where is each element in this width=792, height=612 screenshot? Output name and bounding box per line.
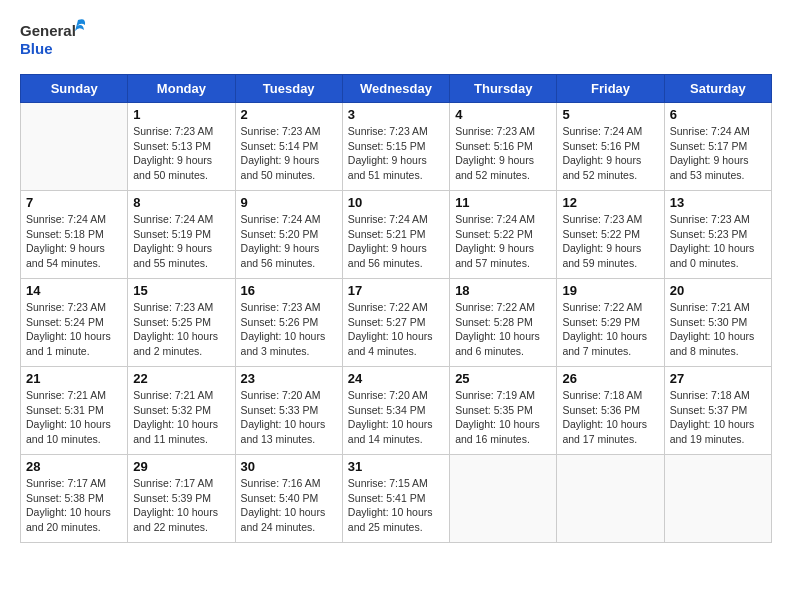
calendar-week-row: 21Sunrise: 7:21 AM Sunset: 5:31 PM Dayli… xyxy=(21,367,772,455)
weekday-header-wednesday: Wednesday xyxy=(342,75,449,103)
day-info: Sunrise: 7:22 AM Sunset: 5:29 PM Dayligh… xyxy=(562,300,658,359)
day-info: Sunrise: 7:23 AM Sunset: 5:13 PM Dayligh… xyxy=(133,124,229,183)
day-info: Sunrise: 7:23 AM Sunset: 5:22 PM Dayligh… xyxy=(562,212,658,271)
calendar-week-row: 14Sunrise: 7:23 AM Sunset: 5:24 PM Dayli… xyxy=(21,279,772,367)
day-info: Sunrise: 7:21 AM Sunset: 5:31 PM Dayligh… xyxy=(26,388,122,447)
day-info: Sunrise: 7:21 AM Sunset: 5:32 PM Dayligh… xyxy=(133,388,229,447)
day-info: Sunrise: 7:19 AM Sunset: 5:35 PM Dayligh… xyxy=(455,388,551,447)
calendar-cell: 12Sunrise: 7:23 AM Sunset: 5:22 PM Dayli… xyxy=(557,191,664,279)
calendar-cell: 27Sunrise: 7:18 AM Sunset: 5:37 PM Dayli… xyxy=(664,367,771,455)
logo: General Blue xyxy=(20,16,90,66)
calendar-cell: 14Sunrise: 7:23 AM Sunset: 5:24 PM Dayli… xyxy=(21,279,128,367)
calendar-cell: 7Sunrise: 7:24 AM Sunset: 5:18 PM Daylig… xyxy=(21,191,128,279)
calendar-cell: 31Sunrise: 7:15 AM Sunset: 5:41 PM Dayli… xyxy=(342,455,449,543)
day-number: 20 xyxy=(670,283,766,298)
day-info: Sunrise: 7:18 AM Sunset: 5:36 PM Dayligh… xyxy=(562,388,658,447)
calendar-table: SundayMondayTuesdayWednesdayThursdayFrid… xyxy=(20,74,772,543)
calendar-cell: 16Sunrise: 7:23 AM Sunset: 5:26 PM Dayli… xyxy=(235,279,342,367)
day-info: Sunrise: 7:22 AM Sunset: 5:27 PM Dayligh… xyxy=(348,300,444,359)
calendar-cell: 20Sunrise: 7:21 AM Sunset: 5:30 PM Dayli… xyxy=(664,279,771,367)
calendar-cell: 9Sunrise: 7:24 AM Sunset: 5:20 PM Daylig… xyxy=(235,191,342,279)
day-info: Sunrise: 7:20 AM Sunset: 5:33 PM Dayligh… xyxy=(241,388,337,447)
calendar-cell: 10Sunrise: 7:24 AM Sunset: 5:21 PM Dayli… xyxy=(342,191,449,279)
calendar-cell: 5Sunrise: 7:24 AM Sunset: 5:16 PM Daylig… xyxy=(557,103,664,191)
day-number: 30 xyxy=(241,459,337,474)
day-number: 16 xyxy=(241,283,337,298)
calendar-cell: 28Sunrise: 7:17 AM Sunset: 5:38 PM Dayli… xyxy=(21,455,128,543)
day-info: Sunrise: 7:23 AM Sunset: 5:23 PM Dayligh… xyxy=(670,212,766,271)
calendar-cell: 19Sunrise: 7:22 AM Sunset: 5:29 PM Dayli… xyxy=(557,279,664,367)
calendar-cell xyxy=(664,455,771,543)
calendar-cell xyxy=(557,455,664,543)
calendar-cell: 24Sunrise: 7:20 AM Sunset: 5:34 PM Dayli… xyxy=(342,367,449,455)
day-info: Sunrise: 7:23 AM Sunset: 5:25 PM Dayligh… xyxy=(133,300,229,359)
day-info: Sunrise: 7:24 AM Sunset: 5:19 PM Dayligh… xyxy=(133,212,229,271)
day-info: Sunrise: 7:20 AM Sunset: 5:34 PM Dayligh… xyxy=(348,388,444,447)
calendar-week-row: 7Sunrise: 7:24 AM Sunset: 5:18 PM Daylig… xyxy=(21,191,772,279)
weekday-header-sunday: Sunday xyxy=(21,75,128,103)
calendar-week-row: 28Sunrise: 7:17 AM Sunset: 5:38 PM Dayli… xyxy=(21,455,772,543)
day-number: 12 xyxy=(562,195,658,210)
weekday-header-tuesday: Tuesday xyxy=(235,75,342,103)
day-info: Sunrise: 7:24 AM Sunset: 5:18 PM Dayligh… xyxy=(26,212,122,271)
calendar-cell: 29Sunrise: 7:17 AM Sunset: 5:39 PM Dayli… xyxy=(128,455,235,543)
day-info: Sunrise: 7:18 AM Sunset: 5:37 PM Dayligh… xyxy=(670,388,766,447)
day-number: 1 xyxy=(133,107,229,122)
day-number: 27 xyxy=(670,371,766,386)
day-number: 24 xyxy=(348,371,444,386)
logo-svg: General Blue xyxy=(20,16,90,66)
day-info: Sunrise: 7:23 AM Sunset: 5:24 PM Dayligh… xyxy=(26,300,122,359)
calendar-cell: 11Sunrise: 7:24 AM Sunset: 5:22 PM Dayli… xyxy=(450,191,557,279)
calendar-cell: 18Sunrise: 7:22 AM Sunset: 5:28 PM Dayli… xyxy=(450,279,557,367)
day-number: 4 xyxy=(455,107,551,122)
weekday-header-thursday: Thursday xyxy=(450,75,557,103)
calendar-cell: 30Sunrise: 7:16 AM Sunset: 5:40 PM Dayli… xyxy=(235,455,342,543)
weekday-header-saturday: Saturday xyxy=(664,75,771,103)
day-number: 25 xyxy=(455,371,551,386)
day-number: 29 xyxy=(133,459,229,474)
day-info: Sunrise: 7:17 AM Sunset: 5:38 PM Dayligh… xyxy=(26,476,122,535)
day-number: 22 xyxy=(133,371,229,386)
day-number: 18 xyxy=(455,283,551,298)
day-number: 3 xyxy=(348,107,444,122)
day-number: 17 xyxy=(348,283,444,298)
weekday-header-monday: Monday xyxy=(128,75,235,103)
calendar-cell: 17Sunrise: 7:22 AM Sunset: 5:27 PM Dayli… xyxy=(342,279,449,367)
calendar-cell: 15Sunrise: 7:23 AM Sunset: 5:25 PM Dayli… xyxy=(128,279,235,367)
day-info: Sunrise: 7:17 AM Sunset: 5:39 PM Dayligh… xyxy=(133,476,229,535)
calendar-cell xyxy=(450,455,557,543)
day-number: 19 xyxy=(562,283,658,298)
day-info: Sunrise: 7:16 AM Sunset: 5:40 PM Dayligh… xyxy=(241,476,337,535)
calendar-cell: 13Sunrise: 7:23 AM Sunset: 5:23 PM Dayli… xyxy=(664,191,771,279)
day-number: 14 xyxy=(26,283,122,298)
day-info: Sunrise: 7:23 AM Sunset: 5:14 PM Dayligh… xyxy=(241,124,337,183)
day-number: 26 xyxy=(562,371,658,386)
svg-text:Blue: Blue xyxy=(20,40,53,57)
day-info: Sunrise: 7:24 AM Sunset: 5:21 PM Dayligh… xyxy=(348,212,444,271)
day-number: 7 xyxy=(26,195,122,210)
day-number: 15 xyxy=(133,283,229,298)
day-info: Sunrise: 7:24 AM Sunset: 5:17 PM Dayligh… xyxy=(670,124,766,183)
calendar-cell: 4Sunrise: 7:23 AM Sunset: 5:16 PM Daylig… xyxy=(450,103,557,191)
calendar-cell: 21Sunrise: 7:21 AM Sunset: 5:31 PM Dayli… xyxy=(21,367,128,455)
svg-text:General: General xyxy=(20,22,76,39)
day-number: 21 xyxy=(26,371,122,386)
day-info: Sunrise: 7:24 AM Sunset: 5:20 PM Dayligh… xyxy=(241,212,337,271)
calendar-cell: 6Sunrise: 7:24 AM Sunset: 5:17 PM Daylig… xyxy=(664,103,771,191)
day-number: 9 xyxy=(241,195,337,210)
day-info: Sunrise: 7:21 AM Sunset: 5:30 PM Dayligh… xyxy=(670,300,766,359)
day-number: 31 xyxy=(348,459,444,474)
page-header: General Blue xyxy=(20,16,772,66)
day-info: Sunrise: 7:24 AM Sunset: 5:22 PM Dayligh… xyxy=(455,212,551,271)
day-number: 8 xyxy=(133,195,229,210)
calendar-cell: 3Sunrise: 7:23 AM Sunset: 5:15 PM Daylig… xyxy=(342,103,449,191)
day-info: Sunrise: 7:23 AM Sunset: 5:15 PM Dayligh… xyxy=(348,124,444,183)
calendar-cell: 22Sunrise: 7:21 AM Sunset: 5:32 PM Dayli… xyxy=(128,367,235,455)
day-number: 13 xyxy=(670,195,766,210)
calendar-cell: 23Sunrise: 7:20 AM Sunset: 5:33 PM Dayli… xyxy=(235,367,342,455)
calendar-cell: 1Sunrise: 7:23 AM Sunset: 5:13 PM Daylig… xyxy=(128,103,235,191)
calendar-cell xyxy=(21,103,128,191)
calendar-cell: 2Sunrise: 7:23 AM Sunset: 5:14 PM Daylig… xyxy=(235,103,342,191)
day-number: 6 xyxy=(670,107,766,122)
day-number: 5 xyxy=(562,107,658,122)
